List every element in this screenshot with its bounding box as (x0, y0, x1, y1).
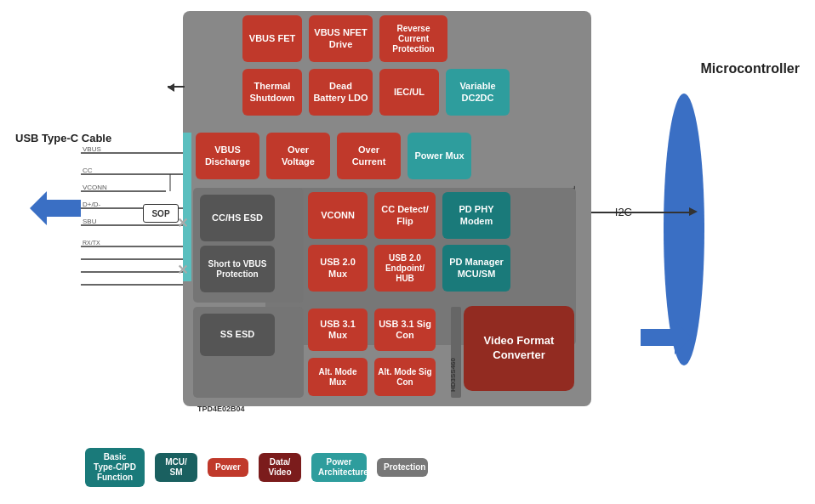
svg-text:RX/TX: RX/TX (83, 240, 100, 246)
legend-data-video: Data/ Video (259, 453, 301, 482)
diagram-container: USB Type-C Cable Microcontroller I2C VBU… (0, 0, 815, 504)
power-mux-block: Power Mux (408, 133, 471, 179)
mux-x-marks: ✕ ✕ (173, 194, 198, 304)
pd-phy-block: PD PHY Modem (442, 192, 510, 239)
pd-manager-block: PD Manager MCU/SM (442, 245, 510, 292)
svg-text:CC: CC (83, 167, 93, 174)
hd3ss460-bar: HD3SS460 (451, 307, 461, 398)
short-vbus-block: Short to VBUS Protection (200, 246, 275, 292)
variable-dc2dc-block: Variable DC2DC (446, 69, 510, 116)
legend-protection: Protection (377, 458, 428, 477)
legend-power: Power (208, 458, 248, 477)
legend: Basic Type-C/PD Function MCU/ SM Power D… (85, 448, 428, 487)
svg-marker-1 (641, 320, 692, 354)
svg-text:VBUS: VBUS (83, 145, 101, 153)
tpd8s300-container: CC/HS ESD Short to VBUS Protection TPD8S… (193, 188, 304, 303)
svg-text:SBU: SBU (83, 218, 97, 225)
alt-mode-mux-block: Alt. Mode Mux (308, 358, 368, 396)
right-arrow-video (641, 316, 692, 359)
vbus-nfet-block: VBUS NFET Drive (309, 15, 373, 62)
svg-marker-0 (30, 191, 81, 225)
tpd4e-label: TPD4E02B04 (197, 405, 245, 413)
ss-esd-block: SS ESD (200, 314, 275, 356)
tpd4e-container: SS ESD TPD4E02B04 (193, 307, 304, 398)
vbus-fet-block: VBUS FET (242, 15, 302, 62)
iec-ul-block: IEC/UL (379, 69, 439, 116)
svg-text:✕: ✕ (177, 216, 188, 230)
legend-mcu-sm: MCU/ SM (155, 453, 197, 482)
vbus-discharge-block: VBUS Discharge (196, 133, 259, 179)
dead-battery-block: Dead Battery LDO (309, 69, 373, 116)
legend-basic-typec: Basic Type-C/PD Function (85, 448, 145, 487)
video-format-block: Video Format Converter (464, 306, 574, 391)
svg-text:D+/D-: D+/D- (83, 201, 100, 208)
over-current-block: Over Current (337, 133, 401, 179)
usb2-mux-block: USB 2.0 Mux (308, 245, 368, 292)
left-arrow (30, 187, 81, 229)
usb2-endpoint-block: USB 2.0 Endpoint/ HUB (374, 245, 436, 292)
legend-power-arch: Power Architecture (311, 453, 367, 482)
svg-marker-3 (689, 207, 698, 216)
cc-hs-esd-block: CC/HS ESD (200, 195, 275, 241)
hd3ss460-label: HD3SS460 (449, 311, 457, 392)
i2c-label: I2C (615, 206, 632, 218)
alt-mode-sigcon-block: Alt. Mode Sig Con (374, 358, 436, 396)
usb31-mux-block: USB 3.1 Mux (308, 309, 368, 351)
cc-detect-block: CC Detect/ Flip (374, 192, 436, 239)
i2c-arrows (574, 204, 698, 221)
reverse-current-block: Reverse Current Protection (379, 15, 447, 62)
usb-cable-lines: VBUS CC VCONN D+/D- SBU RX/TX × × (81, 144, 187, 323)
usb31-sigcon-block: USB 3.1 Sig Con (374, 309, 436, 351)
vconn-block: VCONN (308, 192, 368, 239)
thermal-shutdown-block: Thermal Shutdown (242, 69, 302, 116)
arrow-head-thermal (168, 83, 174, 92)
svg-text:✕: ✕ (177, 263, 188, 277)
over-voltage-block: Over Voltage (266, 133, 330, 179)
microcontroller-label: Microcontroller (701, 61, 800, 76)
svg-text:VCONN: VCONN (83, 184, 107, 191)
